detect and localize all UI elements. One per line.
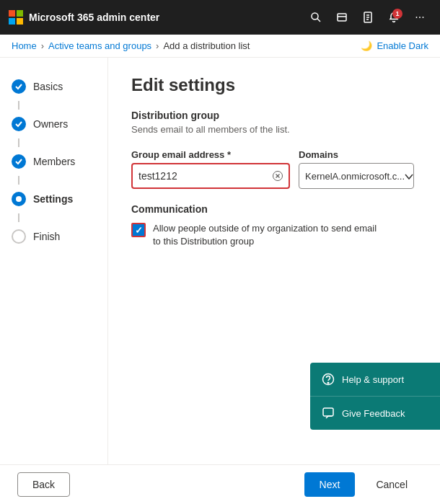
help-support-item[interactable]: Help & support (310, 363, 440, 397)
topbar-logo: Microsoft 365 admin center (9, 10, 304, 25)
give-feedback-label: Give Feedback (342, 408, 405, 419)
app-title: Microsoft 365 admin center (29, 12, 159, 23)
svg-rect-2 (9, 18, 15, 25)
chevron-down-icon (405, 171, 413, 182)
app-logo-icon (9, 10, 23, 25)
feedback-icon (322, 407, 335, 420)
step-settings-wrapper: Settings (0, 185, 107, 222)
step-line-4 (18, 213, 19, 222)
clear-icon[interactable] (273, 171, 283, 181)
svg-rect-0 (9, 10, 15, 17)
settings-step-icon (12, 192, 26, 206)
finish-label: Finish (33, 231, 60, 242)
communication-title: Communication (131, 203, 417, 215)
notifications-button[interactable]: 1 (382, 6, 405, 29)
step-owners-wrapper: Owners (0, 110, 107, 147)
svg-rect-1 (17, 10, 23, 17)
footer-right: Next Cancel (304, 472, 423, 497)
next-button[interactable]: Next (304, 472, 356, 497)
checkbox-label: Allow people outside of my organization … (153, 222, 384, 248)
sidebar-item-settings[interactable]: Settings (0, 185, 107, 213)
sidebar-steps: Basics Owners (0, 72, 107, 251)
breadcrumb: Home › Active teams and groups › Add a d… (12, 40, 250, 51)
email-input-wrapper (131, 163, 290, 189)
svg-point-4 (312, 13, 318, 19)
svg-point-17 (327, 382, 329, 384)
sidebar-item-finish[interactable]: Finish (0, 222, 107, 251)
breadcrumb-bar: Home › Active teams and groups › Add a d… (0, 35, 440, 58)
finish-step-icon (12, 229, 26, 244)
help-support-label: Help & support (342, 374, 404, 385)
svg-line-5 (317, 19, 320, 22)
docs-button[interactable] (356, 6, 379, 29)
section-description: Sends email to all members of the list. (131, 124, 417, 135)
sidebar-item-members[interactable]: Members (0, 147, 107, 176)
step-line-2 (18, 138, 19, 147)
communication-section: Communication ✓ Allow people outside of … (131, 203, 417, 248)
checkbox-row: ✓ Allow people outside of my organizatio… (131, 222, 417, 248)
members-label: Members (33, 156, 75, 167)
checkbox-checkmark: ✓ (135, 225, 143, 236)
give-feedback-item[interactable]: Give Feedback (310, 397, 440, 430)
step-line-1 (18, 101, 19, 110)
breadcrumb-home[interactable]: Home (12, 40, 37, 51)
footer-left: Back (17, 472, 70, 497)
notification-badge: 1 (392, 9, 402, 19)
more-icon: ··· (415, 11, 424, 24)
breadcrumb-groups[interactable]: Active teams and groups (48, 40, 151, 51)
enable-dark-btn[interactable]: 🌙 Enable Dark (361, 40, 428, 51)
owners-step-icon (12, 117, 26, 131)
email-label: Group email address * (131, 149, 290, 160)
search-button[interactable] (304, 6, 327, 29)
sidebar-item-owners[interactable]: Owners (0, 110, 107, 138)
breadcrumb-sep-1: › (41, 40, 44, 51)
enable-dark-label: Enable Dark (377, 40, 428, 51)
section-title: Distribution group (131, 110, 417, 121)
step-members-wrapper: Members (0, 147, 107, 185)
back-button[interactable]: Back (17, 472, 70, 497)
cancel-button[interactable]: Cancel (361, 472, 423, 497)
domains-label: Domains (299, 149, 414, 160)
domains-value: KernelA.onmicrosoft.c... (305, 171, 405, 182)
step-line-3 (18, 176, 19, 185)
settings-label: Settings (33, 193, 73, 205)
domains-select[interactable]: KernelA.onmicrosoft.c... (299, 163, 414, 189)
moon-icon: 🌙 (361, 40, 372, 51)
svg-rect-6 (338, 14, 346, 21)
help-icon (322, 373, 335, 386)
email-domain-row: Group email address * Domains (131, 149, 417, 189)
more-button[interactable]: ··· (408, 6, 431, 29)
members-step-icon (12, 154, 26, 169)
allow-external-checkbox[interactable]: ✓ (131, 223, 146, 237)
topbar: Microsoft 365 admin center (0, 0, 440, 35)
domains-form-group: Domains KernelA.onmicrosoft.c... (299, 149, 414, 189)
footer: Back Next Cancel (0, 464, 440, 504)
step-basics-wrapper: Basics (0, 72, 107, 110)
email-input[interactable] (138, 170, 273, 182)
sidebar: Basics Owners (0, 58, 108, 464)
svg-point-12 (16, 196, 22, 202)
svg-rect-18 (323, 408, 333, 416)
basics-step-icon (12, 79, 26, 94)
email-form-group: Group email address * (131, 149, 290, 189)
fullscreen-button[interactable] (330, 6, 353, 29)
topbar-icons: 1 ··· (304, 6, 431, 29)
svg-rect-3 (17, 18, 23, 25)
breadcrumb-sep-2: › (156, 40, 159, 51)
step-finish-wrapper: Finish (0, 222, 107, 251)
help-panel: Help & support Give Feedback (310, 363, 440, 430)
sidebar-item-basics[interactable]: Basics (0, 72, 107, 101)
main-area: Basics Owners (0, 58, 440, 464)
owners-label: Owners (33, 118, 68, 130)
page-title: Edit settings (131, 75, 417, 95)
breadcrumb-current: Add a distribution list (163, 40, 250, 51)
basics-label: Basics (33, 81, 63, 92)
